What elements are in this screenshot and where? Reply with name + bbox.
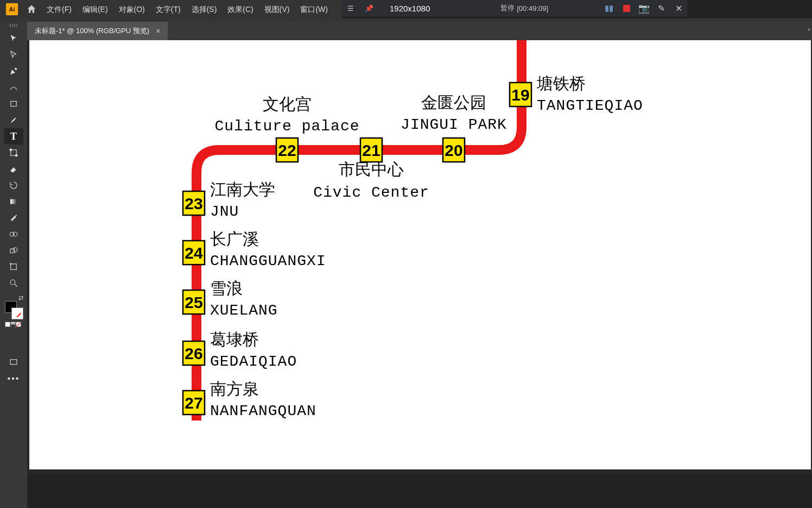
svg-text:25: 25 — [185, 293, 202, 311]
svg-text:雪浪: 雪浪 — [210, 279, 243, 297]
panel-expand-icon[interactable]: ◂ — [804, 22, 812, 36]
curvature-tool[interactable] — [4, 79, 23, 96]
svg-text:CHANGGUANGXI: CHANGGUANGXI — [210, 253, 326, 269]
document-tab-bar: 未标题-1* @ 100% (RGB/GPU 预览) × — [27, 22, 812, 40]
svg-rect-14 — [10, 360, 17, 365]
svg-text:市民中心: 市民中心 — [339, 160, 404, 178]
svg-line-13 — [15, 284, 17, 287]
recorder-status: 暂停 [00:49:09] — [500, 3, 548, 13]
document-tab[interactable]: 未标题-1* @ 100% (RGB/GPU 预览) × — [27, 22, 168, 40]
station-24[interactable]: 24长广溪CHANGGUANGXI — [183, 230, 326, 269]
svg-rect-0 — [11, 102, 17, 106]
control-bar — [0, 18, 812, 22]
rectangle-tool[interactable] — [4, 96, 23, 112]
svg-text:22: 22 — [278, 141, 296, 159]
svg-text:葛埭桥: 葛埭桥 — [210, 330, 259, 348]
rotate-tool[interactable] — [4, 177, 23, 193]
gradient-tool[interactable] — [4, 193, 23, 210]
blend-tool[interactable] — [4, 226, 23, 242]
direct-selection-tool[interactable] — [4, 47, 23, 63]
svg-text:24: 24 — [185, 244, 203, 262]
artboard-tool[interactable] — [4, 259, 23, 275]
recorder-pin-icon[interactable]: 📌 — [365, 4, 373, 12]
close-icon[interactable]: × — [156, 27, 160, 35]
svg-text:Culiture palace: Culiture palace — [214, 118, 359, 135]
svg-text:金匮公园: 金匮公园 — [421, 93, 486, 111]
recorder-menu-icon[interactable]: ☰ — [347, 4, 354, 12]
svg-rect-3 — [16, 155, 17, 156]
app-menu-bar: Ai 文件(F)编辑(E)对象(O)文字(T)选择(S)效果(C)视图(V)窗口… — [0, 0, 342, 18]
svg-text:XUELANG: XUELANG — [210, 302, 278, 319]
svg-rect-2 — [10, 149, 11, 150]
canvas-viewport[interactable]: 19塘铁桥TANGTIEQIAO20金匮公园JINGUI PARK21市民中心C… — [27, 40, 812, 508]
svg-text:20: 20 — [445, 141, 462, 159]
canvas-pasteboard-bottom — [27, 475, 812, 508]
svg-point-8 — [13, 248, 17, 252]
svg-text:23: 23 — [185, 195, 202, 212]
svg-text:26: 26 — [185, 344, 202, 362]
svg-text:南方泉: 南方泉 — [210, 380, 259, 398]
svg-text:江南大学: 江南大学 — [210, 180, 275, 198]
recorder-screenshot-button[interactable]: 📷 — [637, 2, 650, 15]
menu-item[interactable]: 窗口(W) — [295, 0, 333, 18]
svg-text:NANFANGQUAN: NANFANGQUAN — [210, 403, 316, 419]
menu-item[interactable]: 对象(O) — [113, 0, 150, 18]
app-logo-icon[interactable]: Ai — [5, 3, 18, 16]
svg-rect-4 — [10, 199, 17, 204]
menu-item[interactable]: 选择(S) — [186, 0, 223, 18]
svg-text:JNU: JNU — [210, 203, 239, 220]
svg-text:文化宫: 文化宫 — [263, 95, 312, 113]
station-19[interactable]: 19塘铁桥TANGTIEQIAO — [510, 74, 643, 114]
swap-fill-stroke-icon[interactable]: ⇄ — [18, 294, 23, 302]
zoom-tool[interactable] — [4, 275, 23, 291]
selection-tool[interactable] — [4, 30, 23, 47]
recorder-stop-button[interactable] — [620, 2, 633, 15]
edit-toolbar-button[interactable]: ••• — [4, 371, 23, 387]
svg-text:21: 21 — [362, 141, 380, 159]
svg-text:27: 27 — [185, 394, 202, 412]
recorder-pause-button[interactable]: ▮▮ — [602, 2, 616, 15]
svg-text:长广溪: 长广溪 — [210, 230, 259, 248]
menu-item[interactable]: 效果(C) — [222, 0, 258, 18]
svg-text:塘铁桥: 塘铁桥 — [536, 74, 586, 92]
svg-rect-9 — [11, 264, 17, 270]
menu-item[interactable]: 编辑(E) — [77, 0, 113, 18]
metro-map-artwork[interactable]: 19塘铁桥TANGTIEQIAO20金匮公园JINGUI PARK21市民中心C… — [29, 40, 811, 469]
color-swatch-area: ⇄ — [3, 294, 24, 343]
svg-point-12 — [10, 280, 15, 285]
svg-text:JINGUI PARK: JINGUI PARK — [401, 116, 507, 133]
svg-text:19: 19 — [511, 86, 529, 104]
free-transform-tool[interactable] — [4, 145, 23, 161]
screen-mode-tool[interactable] — [4, 354, 23, 371]
recorder-resolution: 1920x1080 — [390, 4, 430, 13]
svg-text:Civic Center: Civic Center — [313, 184, 429, 201]
recorder-controls: ▮▮ 📷 ✎ ✕ — [600, 0, 687, 16]
station-27[interactable]: 27南方泉NANFANGQUAN — [183, 380, 316, 419]
menu-item[interactable]: 文件(F) — [41, 0, 77, 18]
svg-text:GEDAIQIAO: GEDAIQIAO — [210, 353, 297, 370]
recorder-draw-button[interactable]: ✎ — [655, 2, 668, 15]
shape-builder-tool[interactable] — [4, 242, 23, 259]
eyedropper-tool[interactable] — [4, 210, 23, 226]
menu-item[interactable]: 文字(T) — [150, 0, 186, 18]
paintbrush-tool[interactable] — [4, 112, 23, 128]
artboard[interactable]: 19塘铁桥TANGTIEQIAO20金匮公园JINGUI PARK21市民中心C… — [29, 40, 811, 469]
type-tool[interactable]: T — [4, 128, 23, 145]
home-icon[interactable] — [26, 4, 37, 15]
svg-text:TANGTIEQIAO: TANGTIEQIAO — [537, 97, 643, 114]
color-mode-toggles[interactable] — [5, 322, 21, 327]
recorder-close-button[interactable]: ✕ — [672, 2, 685, 15]
pen-tool[interactable] — [4, 63, 23, 79]
toolbox-panel: T ⇄ ••• — [0, 22, 27, 508]
stroke-color-swatch[interactable] — [11, 308, 23, 319]
document-tab-title: 未标题-1* @ 100% (RGB/GPU 预览) — [35, 26, 149, 36]
eraser-tool[interactable] — [4, 161, 23, 177]
menu-item[interactable]: 视图(V) — [259, 0, 295, 18]
toolbox-grip[interactable] — [5, 24, 22, 28]
